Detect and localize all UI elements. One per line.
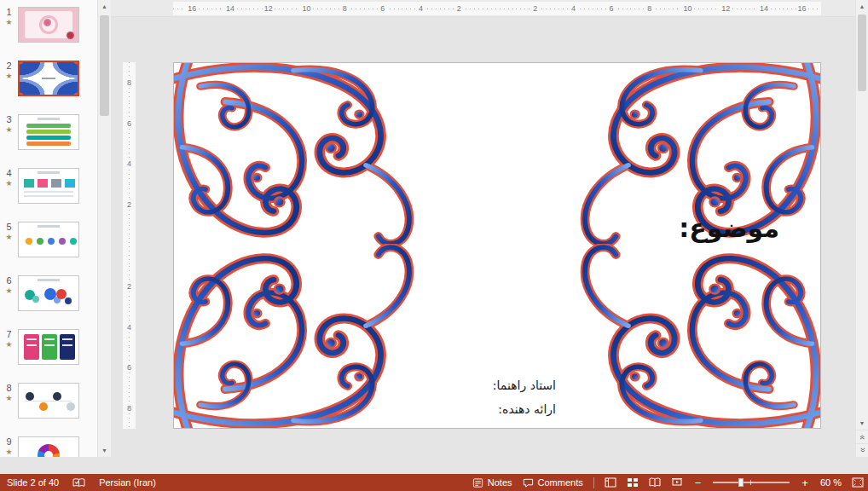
scroll-down-icon[interactable]: ▼ — [856, 417, 868, 430]
transition-star-icon: ★ — [5, 19, 12, 26]
language-button[interactable]: Persian (Iran) — [99, 477, 156, 488]
transition-star-icon: ★ — [5, 234, 12, 241]
zoom-out-button[interactable]: − — [693, 477, 703, 488]
thumbnail-row-8: 8★ — [0, 383, 97, 419]
double-chevron-down-icon: « — [858, 448, 867, 453]
zoom-slider-center-notch — [750, 480, 751, 485]
transition-star-icon: ★ — [5, 341, 12, 349]
thumbnail-panel: 1★ 2★ 3★ 4★ 5★ 6★ — [0, 0, 111, 457]
slide-title-placeholder[interactable]: موضوع: — [679, 213, 779, 243]
ruler-label: 6 — [593, 2, 631, 15]
slide-number: 9 — [6, 436, 11, 447]
slide-number: 5 — [6, 222, 11, 232]
slide-show-button[interactable] — [671, 477, 683, 488]
reading-view-button[interactable] — [649, 477, 661, 488]
slide-canvas[interactable]: موضوع: استاد راهنما: ارائه دهنده: — [173, 62, 821, 429]
ruler-label: 2 — [440, 2, 478, 15]
ruler-label: 6 — [123, 103, 136, 144]
zoom-slider[interactable] — [713, 477, 790, 488]
ruler-label: 8 — [123, 388, 136, 429]
slide-6-thumbnail[interactable] — [18, 275, 79, 311]
thumbnail-list: 1★ 2★ 3★ 4★ 5★ 6★ — [0, 0, 97, 457]
slide-sorter-icon — [627, 477, 639, 488]
slide-5-thumbnail[interactable] — [18, 222, 79, 257]
editing-area: 161412108642246810121416 86422468 موضوع:… — [111, 0, 855, 457]
thumbnail-row-4: 4★ — [0, 168, 97, 204]
ruler-label — [478, 2, 517, 15]
ruler-label: 10 — [287, 2, 326, 15]
ruler-label — [123, 225, 136, 266]
comments-icon — [523, 477, 534, 488]
thumbnail-scrollbar-track[interactable] — [98, 13, 111, 444]
slide-3-thumbnail[interactable] — [18, 114, 79, 150]
transition-star-icon: ★ — [5, 287, 12, 295]
ruler-label: 4 — [123, 144, 136, 185]
notes-button[interactable]: Notes — [472, 477, 512, 488]
spell-check-button[interactable] — [72, 477, 85, 488]
ruler-label: 16 — [173, 2, 211, 15]
transition-star-icon: ★ — [5, 395, 12, 402]
ornament-corner-bottom-right-icon — [558, 244, 821, 429]
presenter-line[interactable]: ارائه دهنده: — [493, 397, 556, 421]
normal-view-button[interactable] — [605, 477, 616, 488]
thumbnail-scrollbar[interactable]: ▲ ▼ — [97, 0, 111, 457]
slide-number: 7 — [6, 329, 11, 339]
comments-button[interactable]: Comments — [523, 477, 583, 488]
fit-slide-to-window-button[interactable] — [852, 477, 864, 488]
thumbnail-row-6: 6★ — [0, 275, 97, 311]
zoom-slider-track[interactable] — [713, 482, 790, 483]
transition-star-icon: ★ — [5, 448, 12, 456]
ruler-label: 10 — [668, 2, 707, 15]
slide-8-thumbnail[interactable] — [18, 383, 79, 419]
zoom-slider-thumb[interactable] — [738, 478, 744, 487]
slide-1-thumbnail[interactable] — [18, 7, 79, 43]
transition-star-icon: ★ — [5, 180, 12, 188]
ruler-label: 8 — [123, 62, 136, 103]
ornament-corner-top-left-icon — [173, 62, 437, 247]
separator — [593, 477, 594, 488]
ruler-label: 6 — [364, 2, 402, 15]
slide-number: 6 — [6, 275, 11, 286]
slide-number: 2 — [6, 61, 11, 71]
thumbnail-row-5: 5★ — [0, 222, 97, 257]
main-scrollbar-thumb[interactable] — [858, 14, 866, 91]
ruler-label: 12 — [249, 2, 287, 15]
thumbnail-row-3: 3★ — [0, 114, 97, 150]
thumbnail-row-1: 1★ — [0, 7, 97, 43]
slide-7-thumbnail[interactable] — [18, 329, 79, 365]
slide-2-thumbnail[interactable] — [18, 61, 79, 96]
main-scrollbar[interactable]: ▲ ▼ « « — [855, 0, 868, 457]
slide-indicator[interactable]: Slide 2 of 40 — [7, 477, 59, 488]
zoom-level-button[interactable]: 60 % — [820, 477, 842, 488]
slide-number: 8 — [6, 383, 11, 393]
ruler-label: 12 — [707, 2, 745, 15]
transition-star-icon: ★ — [5, 72, 12, 80]
next-slide-button[interactable]: « — [856, 443, 868, 457]
previous-slide-button[interactable]: « — [856, 430, 868, 443]
slide-show-icon — [671, 477, 683, 488]
thumbnail-row-2: 2★ — [0, 61, 97, 96]
slide-9-thumbnail[interactable] — [18, 436, 79, 457]
powerpoint-window: 1★ 2★ 3★ 4★ 5★ 6★ — [0, 0, 868, 474]
spell-check-icon — [72, 477, 85, 488]
ruler-label: 4 — [554, 2, 593, 15]
h-ruler: 161412108642246810121416 — [173, 2, 821, 15]
scroll-up-icon[interactable]: ▲ — [856, 0, 868, 13]
ruler-label: 4 — [402, 2, 440, 15]
scroll-up-icon[interactable]: ▲ — [98, 0, 112, 13]
ornament-corner-bottom-left-icon — [173, 244, 437, 429]
ruler-label: 2 — [123, 184, 136, 225]
normal-view-icon — [605, 477, 616, 488]
ruler-label: 16 — [783, 2, 821, 15]
scroll-down-icon[interactable]: ▼ — [98, 444, 112, 457]
main-scrollbar-track[interactable] — [856, 13, 868, 417]
slide-sorter-view-button[interactable] — [627, 477, 639, 488]
zoom-in-button[interactable]: + — [800, 477, 810, 488]
ruler-label: 4 — [123, 307, 136, 348]
slide-number: 1 — [6, 7, 11, 17]
double-chevron-up-icon: « — [858, 435, 867, 439]
thumbnail-scrollbar-thumb[interactable] — [100, 15, 109, 116]
thumbnail-row-7: 7★ — [0, 329, 97, 365]
slide-4-thumbnail[interactable] — [18, 168, 79, 204]
advisor-line[interactable]: استاد راهنما: — [493, 373, 556, 397]
